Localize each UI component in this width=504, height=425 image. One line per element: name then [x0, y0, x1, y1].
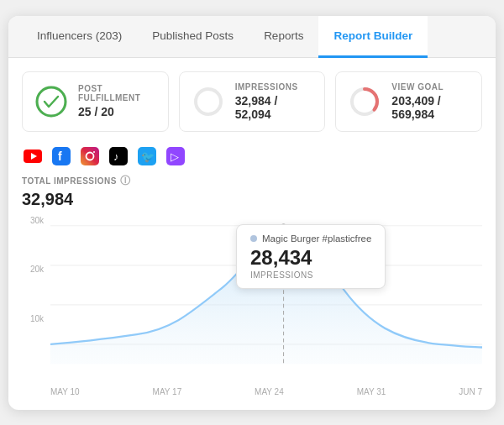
- x-axis: MAY 10 MAY 17 MAY 24 MAY 31 JUN 7: [50, 384, 482, 396]
- fulfillment-value: 25 / 20: [78, 105, 156, 118]
- tabs-bar: Influencers (203) Published Posts Report…: [8, 16, 496, 58]
- fulfillment-label: POST FULFILLMENT: [78, 84, 156, 102]
- youtube-icon[interactable]: [22, 145, 44, 167]
- impressions-icon: [192, 85, 225, 118]
- x-label-jun7: JUN 7: [459, 387, 482, 396]
- info-icon: ⓘ: [120, 174, 131, 188]
- metric-impressions: IMPRESSIONS 32,984 / 52,094: [179, 71, 326, 132]
- svg-text:f: f: [58, 150, 62, 163]
- instagram-icon[interactable]: [79, 145, 101, 167]
- main-card: Influencers (203) Published Posts Report…: [8, 16, 496, 410]
- metric-viewgoal: VIEW GOAL 203,409 / 569,984: [335, 71, 482, 132]
- tab-influencers[interactable]: Influencers (203): [22, 16, 137, 58]
- social-icons-row: f ♪ 🐦: [8, 142, 496, 174]
- tiktok-icon[interactable]: ♪: [108, 145, 129, 167]
- svg-point-12: [93, 151, 95, 153]
- chart-area: TOTAL IMPRESSIONS ⓘ 32,984 30k 20k 10k: [8, 174, 496, 410]
- chart-total: 32,984: [22, 190, 482, 209]
- chart-inner: Magic Burger #plasticfree 28,434 IMPRESS…: [50, 216, 482, 384]
- svg-text:▷: ▷: [171, 150, 179, 163]
- twitter-icon[interactable]: 🐦: [136, 145, 158, 167]
- svg-point-1: [37, 87, 66, 116]
- x-label-may10: MAY 10: [50, 387, 80, 396]
- chart-svg: [50, 216, 482, 384]
- viewgoal-text: VIEW GOAL 203,409 / 569,984: [391, 82, 470, 121]
- y-axis: 30k 20k 10k: [22, 216, 47, 364]
- fulfillment-text: POST FULFILLMENT 25 / 20: [78, 84, 156, 118]
- twitch-icon[interactable]: ▷: [165, 145, 186, 167]
- svg-point-2: [196, 89, 221, 114]
- chart-title-section: TOTAL IMPRESSIONS ⓘ 32,984: [22, 174, 482, 209]
- tab-published-posts[interactable]: Published Posts: [137, 16, 249, 58]
- facebook-icon[interactable]: f: [50, 145, 72, 167]
- viewgoal-label: VIEW GOAL: [391, 82, 470, 92]
- x-label-may24: MAY 24: [255, 387, 284, 396]
- viewgoal-value: 203,409 / 569,984: [391, 94, 470, 121]
- impressions-label: IMPRESSIONS: [235, 82, 313, 92]
- viewgoal-icon: [348, 85, 381, 118]
- impressions-text: IMPRESSIONS 32,984 / 52,094: [235, 82, 313, 121]
- chart-container: 30k 20k 10k: [22, 216, 482, 384]
- y-label-30k: 30k: [30, 216, 47, 225]
- fulfillment-icon: [34, 85, 68, 118]
- svg-text:🐦: 🐦: [141, 150, 155, 164]
- tab-reports[interactable]: Reports: [249, 16, 318, 58]
- tab-report-builder[interactable]: Report Builder: [318, 16, 428, 58]
- y-label-20k: 20k: [30, 265, 47, 274]
- y-label-10k: 10k: [30, 314, 47, 323]
- metrics-row: POST FULFILLMENT 25 / 20 IMPRESSIONS 32,…: [8, 58, 496, 142]
- svg-text:♪: ♪: [113, 150, 119, 163]
- x-label-may31: MAY 31: [357, 387, 386, 396]
- metric-fulfillment: POST FULFILLMENT 25 / 20: [22, 71, 169, 132]
- impressions-value: 32,984 / 52,094: [235, 94, 313, 121]
- chart-title: TOTAL IMPRESSIONS ⓘ: [22, 174, 482, 188]
- x-label-may17: MAY 17: [153, 387, 182, 396]
- svg-rect-10: [81, 147, 99, 165]
- svg-point-23: [280, 223, 286, 231]
